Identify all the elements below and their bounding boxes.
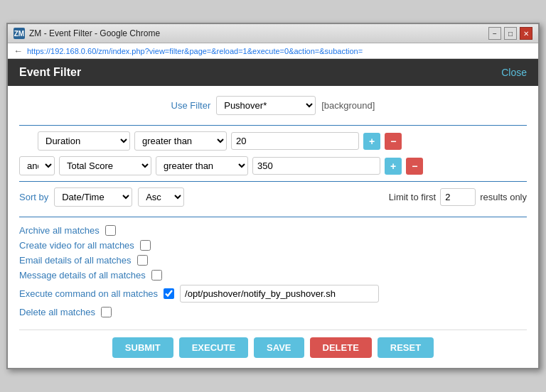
delete-button[interactable]: DELETE bbox=[310, 337, 372, 358]
video-checkbox[interactable] bbox=[140, 240, 151, 251]
condition-2-prefix-select[interactable]: and or bbox=[19, 156, 55, 175]
archive-label: Archive all matches bbox=[19, 225, 100, 236]
video-label: Create video for all matches bbox=[19, 240, 134, 251]
execute-button[interactable]: EXECUTE bbox=[179, 337, 248, 358]
reset-button[interactable]: RESET bbox=[378, 337, 434, 358]
window-close-button[interactable]: ✕ bbox=[520, 27, 532, 40]
back-icon[interactable]: ← bbox=[14, 45, 23, 56]
condition-1-value-input[interactable] bbox=[231, 132, 359, 150]
sort-dir-select[interactable]: Asc Desc bbox=[138, 187, 184, 207]
main-window: ZM ZM - Event Filter - Google Chrome − □… bbox=[6, 23, 540, 369]
condition-2-add-button[interactable]: + bbox=[385, 158, 402, 175]
sort-row: Sort by Date/Time Duration Total Score A… bbox=[19, 187, 527, 207]
results-only-label: results only bbox=[480, 192, 527, 202]
delete-checkbox[interactable] bbox=[101, 307, 112, 317]
background-text: [background] bbox=[321, 100, 375, 111]
limit-input[interactable] bbox=[440, 188, 476, 206]
sort-label: Sort by bbox=[19, 192, 48, 202]
save-button[interactable]: SAVE bbox=[254, 337, 304, 358]
condition-1-operator-select[interactable]: greater than less than equal to bbox=[134, 131, 227, 151]
header-close-button[interactable]: Close bbox=[501, 67, 527, 78]
delete-label: Delete all matches bbox=[19, 307, 95, 317]
limit-group: Limit to first results only bbox=[389, 188, 527, 206]
app-header: Event Filter Close bbox=[8, 59, 538, 86]
title-bar: ZM ZM - Event Filter - Google Chrome − □… bbox=[8, 24, 538, 43]
divider-3 bbox=[19, 217, 527, 217]
divider-1 bbox=[19, 125, 527, 126]
sort-field-select[interactable]: Date/Time Duration Total Score bbox=[54, 187, 132, 207]
app-icon: ZM bbox=[14, 28, 25, 39]
limit-to-first-label: Limit to first bbox=[389, 192, 436, 202]
condition-2-value-input[interactable] bbox=[252, 157, 380, 175]
option-email: Email details of all matches bbox=[19, 253, 527, 268]
option-video: Create video for all matches bbox=[19, 238, 527, 253]
option-execute: Execute command on all matches bbox=[19, 283, 527, 305]
execute-label: Execute command on all matches bbox=[19, 288, 158, 299]
condition-2-field-select[interactable]: Total Score Duration Date/Time bbox=[59, 156, 151, 175]
app-title: Event Filter bbox=[19, 66, 81, 79]
address-bar: ← https://192.168.0.60/zm/index.php?view… bbox=[8, 43, 538, 59]
maximize-button[interactable]: □ bbox=[504, 27, 517, 40]
condition-1-remove-button[interactable]: − bbox=[385, 133, 402, 150]
condition-row-1: Duration Total Score Date/Time greater t… bbox=[19, 131, 527, 151]
minimize-button[interactable]: − bbox=[488, 27, 501, 40]
options-section: Archive all matches Create video for all… bbox=[19, 223, 527, 320]
use-filter-row: Use Filter Pushover* Default Archive [ba… bbox=[19, 96, 527, 115]
condition-1-field-select[interactable]: Duration Total Score Date/Time bbox=[38, 131, 130, 151]
option-delete: Delete all matches bbox=[19, 305, 527, 320]
condition-row-2: and or Total Score Duration Date/Time gr… bbox=[19, 156, 527, 175]
condition-2-operator-select[interactable]: greater than less than equal to bbox=[156, 156, 248, 175]
message-checkbox[interactable] bbox=[151, 270, 162, 281]
option-message: Message details of all matches bbox=[19, 268, 527, 283]
divider-2 bbox=[19, 181, 527, 182]
archive-checkbox[interactable] bbox=[105, 225, 116, 236]
message-label: Message details of all matches bbox=[19, 270, 146, 281]
command-input[interactable] bbox=[180, 285, 379, 303]
condition-1-add-button[interactable]: + bbox=[363, 133, 380, 150]
window-title: ZM - Event Filter - Google Chrome bbox=[29, 28, 488, 38]
email-checkbox[interactable] bbox=[137, 255, 148, 266]
submit-button[interactable]: SUBMIT bbox=[112, 337, 173, 358]
button-row: SUBMIT EXECUTE SAVE DELETE RESET bbox=[19, 330, 527, 358]
use-filter-label: Use Filter bbox=[171, 100, 211, 111]
content-area: Use Filter Pushover* Default Archive [ba… bbox=[8, 86, 538, 368]
filter-select[interactable]: Pushover* Default Archive bbox=[216, 96, 316, 115]
url-display[interactable]: https://192.168.0.60/zm/index.php?view=f… bbox=[27, 47, 363, 55]
option-archive: Archive all matches bbox=[19, 223, 527, 238]
window-controls: − □ ✕ bbox=[488, 27, 532, 40]
execute-checkbox[interactable] bbox=[164, 288, 174, 299]
email-label: Email details of all matches bbox=[19, 255, 132, 266]
condition-2-remove-button[interactable]: − bbox=[406, 158, 423, 175]
